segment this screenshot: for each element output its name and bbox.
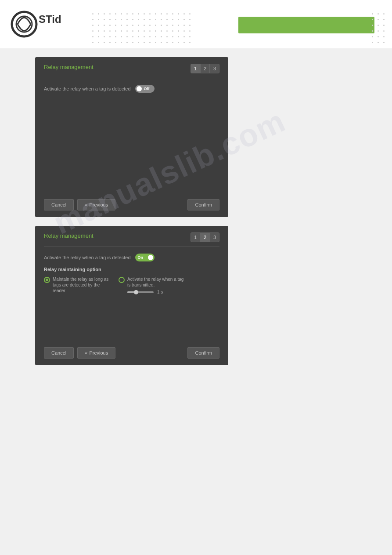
- header-dot: [155, 30, 156, 32]
- card2-slider-value: 1 s: [157, 290, 163, 294]
- card1-activate-label: Activate the relay when a tag is detecte…: [44, 86, 131, 91]
- card1-divider: [44, 78, 219, 78]
- header-dot: [138, 19, 139, 20]
- header-green-bar: [238, 17, 374, 33]
- header-dot: [144, 36, 145, 37]
- card2-section-title: Relay maintaining option: [44, 267, 219, 272]
- header-dot: [183, 25, 185, 26]
- header-dot: [166, 36, 168, 37]
- header-dot-right: [378, 19, 379, 20]
- header-dot: [189, 36, 191, 37]
- card2-divider: [44, 247, 219, 247]
- header-dot: [98, 30, 99, 32]
- card2-step-2[interactable]: 2: [200, 232, 210, 242]
- header-dot: [161, 25, 162, 26]
- header-dot: [155, 36, 156, 37]
- header-dot: [149, 25, 151, 26]
- header-dot: [115, 42, 116, 43]
- header-dot: [178, 19, 179, 20]
- header-dot: [115, 36, 116, 37]
- previous-chevron-icon: «: [85, 202, 87, 207]
- header-dot-right: [378, 42, 379, 43]
- card1-confirm-button[interactable]: Confirm: [187, 199, 219, 210]
- header-dot-right: [383, 30, 385, 32]
- card2-confirm-button[interactable]: Confirm: [187, 347, 219, 359]
- card2-step-1[interactable]: 1: [191, 232, 200, 242]
- header-dot: [178, 25, 179, 26]
- header-dot: [132, 13, 133, 15]
- header-dot: [132, 25, 133, 26]
- card2-step-3[interactable]: 3: [210, 232, 219, 242]
- header-dot: [132, 42, 133, 43]
- card1-toggle[interactable]: Off: [135, 85, 155, 93]
- header-dot: [189, 42, 191, 43]
- card2-toggle[interactable]: On: [135, 254, 155, 261]
- header-dot: [121, 19, 122, 20]
- header-dot: [149, 19, 151, 20]
- header-dot: [109, 19, 111, 20]
- header-dot: [161, 13, 162, 15]
- header-dot-right: [383, 42, 385, 43]
- header-dot: [189, 25, 191, 26]
- card-relay-off: Relay management 1 2 3 Activate the rela…: [35, 57, 228, 217]
- header-dot: [104, 36, 105, 37]
- header-dot: [92, 42, 94, 43]
- card2-slider-thumb[interactable]: [134, 290, 138, 294]
- card1-header: Relay management 1 2 3: [44, 64, 219, 73]
- header-dot: [98, 19, 99, 20]
- header-dot: [104, 25, 105, 26]
- header-dot: [166, 42, 168, 43]
- header-dot: [126, 13, 128, 15]
- card1-step-2[interactable]: 2: [200, 64, 210, 73]
- card2-toggle-label: On: [138, 255, 144, 260]
- header-dot: [115, 19, 116, 20]
- header-dot-right: [372, 13, 373, 15]
- card1-empty-area: [44, 98, 219, 186]
- header-dot: [121, 36, 122, 37]
- header-dot: [172, 42, 173, 43]
- header-dot: [149, 42, 151, 43]
- card1-footer-left: Cancel « Previous: [44, 199, 115, 210]
- card1-step-3[interactable]: 3: [210, 64, 219, 73]
- card1-cancel-button[interactable]: Cancel: [44, 199, 74, 210]
- header-dot: [109, 36, 111, 37]
- header-dot: [126, 19, 128, 20]
- header-dot: [144, 42, 145, 43]
- header-dot-right: [372, 30, 373, 32]
- header-dot: [138, 13, 139, 15]
- card2-previous-button[interactable]: « Previous: [77, 347, 115, 359]
- header-dot: [178, 13, 179, 15]
- card2-title: Relay management: [44, 232, 94, 239]
- header-dot: [115, 25, 116, 26]
- header-dot: [161, 36, 162, 37]
- header-dot: [92, 30, 94, 32]
- header-dot: [104, 30, 105, 32]
- header-dot: [144, 13, 145, 15]
- card1-step-1[interactable]: 1: [191, 64, 200, 73]
- header-dot: [98, 25, 99, 26]
- card2-slider-container: 1 s: [127, 290, 184, 294]
- card1-toggle-label: Off: [144, 87, 150, 91]
- card1-steps: 1 2 3: [191, 64, 219, 73]
- header-dot-right: [378, 25, 379, 26]
- card2-toggle-thumb: [148, 255, 153, 260]
- card2-radio-option-1[interactable]: Maintain the relay as long as tags are d…: [44, 276, 110, 294]
- card2-radio-option-2[interactable]: Activate the relay when a tag is transmi…: [119, 276, 184, 294]
- header-dots-left: // Rendered inline below: [92, 13, 194, 46]
- stid-logo: STid: [9, 9, 88, 40]
- header-dot-right: [383, 25, 385, 26]
- header-dot-right: [372, 19, 373, 20]
- card1-title: Relay management: [44, 64, 94, 70]
- header-dot: [144, 25, 145, 26]
- header-dot: [109, 30, 111, 32]
- header-dot: [189, 13, 191, 15]
- card2-header: Relay management 1 2 3: [44, 232, 219, 242]
- card2-cancel-button[interactable]: Cancel: [44, 347, 74, 359]
- card1-previous-button[interactable]: « Previous: [77, 199, 115, 210]
- header-dot: [115, 30, 116, 32]
- header-dot: [121, 42, 122, 43]
- card1-footer: Cancel « Previous Confirm: [44, 195, 219, 210]
- header-dot: [138, 42, 139, 43]
- header: STid // Rendered inline below: [0, 0, 392, 48]
- header-dot: [189, 19, 191, 20]
